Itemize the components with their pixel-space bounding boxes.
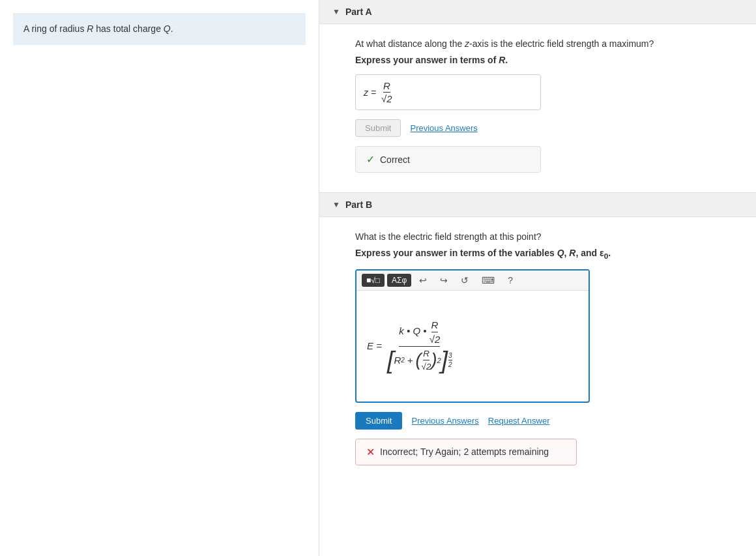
toolbar-help-button[interactable]: ?	[502, 273, 518, 287]
toolbar-redo-button[interactable]: ↪	[435, 273, 453, 287]
part-b-header[interactable]: ▼ Part B	[319, 193, 756, 217]
part-a-express: Express your answer in terms of R.	[355, 55, 730, 65]
part-a-title: Part A	[345, 7, 372, 17]
part-b-incorrect-box: ✕ Incorrect; Try Again; 2 attempts remai…	[355, 439, 577, 465]
part-b-submit-button[interactable]: Submit	[355, 412, 402, 430]
correct-text: Correct	[380, 154, 410, 165]
part-a-section: ▼ Part A At what distance along the z-ax…	[319, 0, 756, 192]
part-a-submit-button[interactable]: Submit	[355, 119, 401, 137]
part-b-express: Express your answer in terms of the vari…	[355, 248, 730, 260]
math-formula-display: E = k • Q • R √2	[367, 319, 452, 373]
part-b-title: Part B	[345, 199, 372, 210]
incorrect-x-icon: ✕	[366, 446, 375, 458]
toolbar-reset-button[interactable]: ↺	[456, 273, 474, 287]
left-panel: A ring of radius R has total charge Q.	[0, 0, 319, 556]
math-editor[interactable]: ■√□ ΑΣφ ↩ ↪ ↺ ⌨ ? E =	[355, 269, 590, 403]
toolbar-greek-button[interactable]: ΑΣφ	[387, 274, 411, 287]
part-b-question: What is the electric field strength at t…	[355, 230, 730, 244]
part-a-previous-answers-link[interactable]: Previous Answers	[410, 123, 477, 133]
part-a-answer-formula: R √2	[381, 80, 392, 104]
part-a-correct-box: ✓ Correct	[355, 146, 541, 173]
part-a-question: At what distance along the z-axis is the…	[355, 37, 730, 51]
toolbar-sqrt-button[interactable]: ■√□	[362, 274, 385, 287]
part-b-request-answer-link[interactable]: Request Answer	[488, 416, 550, 426]
math-input-area[interactable]: E = k • Q • R √2	[356, 291, 589, 402]
right-panel: ▼ Part A At what distance along the z-ax…	[319, 0, 756, 556]
correct-check-icon: ✓	[366, 153, 375, 166]
part-a-answer-box: z = R √2	[355, 74, 541, 110]
problem-statement: A ring of radius R has total charge Q.	[13, 13, 306, 45]
math-toolbar: ■√□ ΑΣφ ↩ ↪ ↺ ⌨ ?	[356, 271, 589, 291]
part-b-previous-answers-link[interactable]: Previous Answers	[411, 416, 478, 426]
part-b-section: ▼ Part B What is the electric field stre…	[319, 193, 756, 485]
incorrect-text: Incorrect; Try Again; 2 attempts remaini…	[380, 446, 549, 457]
part-a-arrow: ▼	[332, 7, 340, 16]
toolbar-undo-button[interactable]: ↩	[414, 273, 432, 287]
part-a-header[interactable]: ▼ Part A	[319, 0, 756, 24]
part-a-content: At what distance along the z-axis is the…	[319, 24, 756, 192]
part-b-content: What is the electric field strength at t…	[319, 217, 756, 485]
toolbar-keyboard-button[interactable]: ⌨	[476, 273, 500, 287]
part-b-actions: Submit Previous Answers Request Answer	[355, 412, 730, 430]
part-a-answer-label: z =	[364, 87, 376, 98]
part-a-actions: Submit Previous Answers	[355, 119, 730, 137]
part-b-arrow: ▼	[332, 200, 340, 209]
